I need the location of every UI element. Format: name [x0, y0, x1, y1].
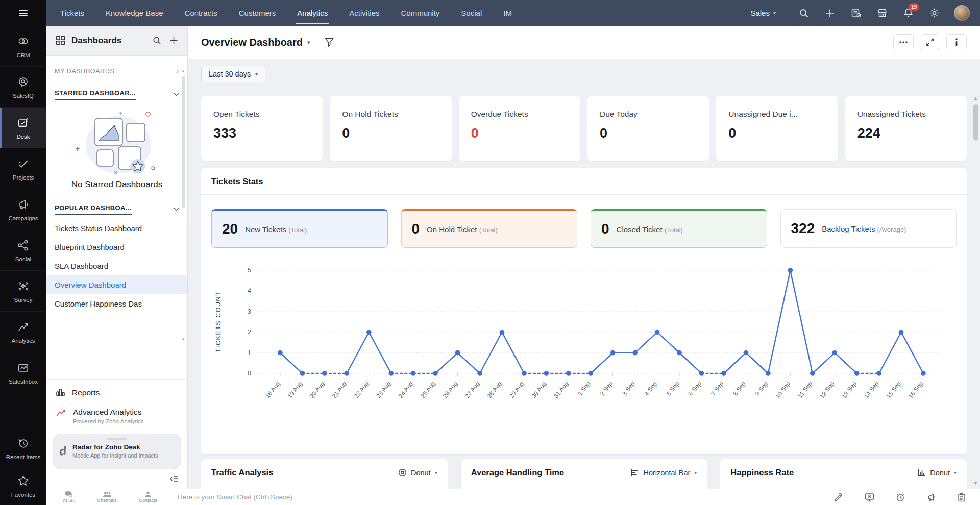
dashboards-panel-header: Dashboards — [46, 26, 187, 56]
sidebar-item-campaigns[interactable]: Campaigns — [0, 189, 46, 230]
sidebar-item-projects[interactable]: Projects — [0, 148, 46, 189]
sidebar-item-analytics[interactable]: Analytics — [0, 312, 46, 352]
date-range-filter[interactable]: Last 30 days ▾ — [201, 66, 265, 82]
stat-card-due-today[interactable]: Due Today0 — [587, 96, 709, 161]
reminders-button[interactable] — [896, 493, 905, 502]
search-button[interactable] — [798, 7, 810, 19]
reports-item[interactable]: Reports — [46, 382, 187, 403]
nav-item-activities[interactable]: Activities — [338, 0, 390, 26]
chevron-down-icon: ▾ — [954, 470, 957, 475]
advanced-analytics-item[interactable]: Advanced Analytics Powered by Zoho Analy… — [46, 403, 187, 431]
stat-card-label: Due Today — [600, 110, 697, 119]
svg-text:21 Aug: 21 Aug — [331, 380, 348, 399]
sidebar-item-salesinbox[interactable]: SalesInbox — [0, 352, 46, 393]
sidebar-item-salesiq[interactable]: SalesIQ — [0, 67, 46, 108]
sidebar-item-favorites[interactable]: Favorites — [0, 467, 46, 505]
announcements-button[interactable] — [926, 493, 936, 502]
summary-card-value: 20 — [222, 221, 238, 237]
chat-tab-contacts[interactable]: Contacts — [139, 491, 158, 503]
add-dashboard-button[interactable] — [168, 35, 179, 46]
svg-text:6 Sep: 6 Sep — [688, 380, 703, 397]
stat-card-unassigned-due-i[interactable]: Unassigned Due i...0 — [716, 96, 838, 161]
stat-card-overdue-tickets[interactable]: Overdue Tickets0 — [459, 96, 580, 161]
nav-item-im[interactable]: IM — [493, 0, 523, 26]
panel-scroll-up-arrow[interactable]: ▲ — [181, 69, 185, 73]
summary-card-closed-ticket[interactable]: 0Closed Ticket (Total) — [591, 209, 767, 248]
nav-item-tickets[interactable]: Tickets — [50, 0, 95, 26]
marketplace-button[interactable] — [876, 7, 888, 19]
nav-item-customers[interactable]: Customers — [228, 0, 287, 26]
nav-item-social[interactable]: Social — [450, 0, 493, 26]
summary-card-on-hold-ticket[interactable]: 0On Hold Ticket (Total) — [401, 209, 578, 248]
dashboards-search-button[interactable] — [151, 35, 162, 46]
more-options-button[interactable] — [893, 34, 914, 50]
chat-tab-chats[interactable]: Chats — [63, 491, 75, 503]
svg-text:14 Sep: 14 Sep — [863, 380, 880, 400]
tickets-stats-panel: Tickets Stats 20New Tickets (Total)0On H… — [201, 168, 967, 454]
starred-dashboards-section[interactable]: STARRED DASHBOAR... — [55, 89, 179, 100]
nav-item-community[interactable]: Community — [390, 0, 451, 26]
main-scrollbar-thumb[interactable] — [973, 104, 978, 141]
nav-item-knowledge-base[interactable]: Knowledge Base — [95, 0, 174, 26]
chart-type-selector[interactable]: Donut▾ — [398, 468, 437, 477]
fullscreen-button[interactable] — [920, 34, 940, 50]
summary-card-label: Closed Ticket (Total) — [617, 225, 683, 234]
popular-dashboards-section[interactable]: POPULAR DASHBOA... — [55, 204, 179, 215]
sidebar-item-survey[interactable]: Survey — [0, 271, 46, 312]
summary-card-label: New Tickets (Total) — [245, 225, 307, 234]
sidebar-item-recent-items[interactable]: Recent Items — [0, 430, 46, 467]
main-scroll-up-arrow[interactable]: ▲ — [973, 96, 978, 101]
svg-text:4: 4 — [248, 287, 251, 294]
chart-card-title: Traffic Analysis — [211, 468, 273, 477]
collapse-panel-button[interactable] — [169, 474, 179, 484]
dashboard-list-item-blueprint-dashboard[interactable]: Blueprint Dashboard — [46, 238, 187, 257]
stat-card-open-tickets[interactable]: Open Tickets333 — [201, 96, 323, 161]
gear-icon — [929, 8, 940, 18]
chat-tab-label: Contacts — [139, 498, 158, 503]
screen-share-button[interactable] — [865, 493, 874, 502]
dashboard-list-item-tickets-status-dashboard[interactable]: Tickets Status Dashboard — [46, 219, 187, 238]
department-selector[interactable]: Sales ▾ — [750, 9, 776, 17]
filter-button[interactable] — [325, 38, 334, 47]
date-range-label: Last 30 days — [209, 70, 251, 78]
user-avatar[interactable] — [954, 5, 970, 21]
advanced-analytics-icon — [56, 408, 66, 418]
sidebar-item-desk[interactable]: Desk — [0, 108, 46, 148]
hamburger-menu-button[interactable] — [0, 0, 46, 26]
stat-card-on-hold-tickets[interactable]: On Hold Tickets0 — [330, 96, 451, 161]
sidebar-item-crm[interactable]: CRM — [0, 26, 46, 67]
notifications-button[interactable]: 19 — [902, 7, 914, 19]
panel-scroll-down-arrow[interactable]: ▼ — [181, 337, 185, 342]
dashboard-title[interactable]: Overview Dashboard — [201, 37, 303, 48]
info-button[interactable] — [946, 34, 967, 50]
summary-card-new-tickets[interactable]: 20New Tickets (Total) — [211, 209, 388, 248]
main-scroll-down-arrow[interactable]: ▼ — [973, 481, 978, 486]
smart-tools-button[interactable] — [834, 493, 843, 502]
quick-add-button[interactable] — [824, 7, 836, 19]
settings-button[interactable] — [928, 7, 940, 19]
radar-promo-card[interactable]: d Radar for Zoho Desk Mobile App for ins… — [53, 434, 181, 469]
panel-scrollbar-thumb[interactable] — [182, 76, 185, 208]
svg-text:7 Sep: 7 Sep — [709, 380, 725, 397]
dashboard-list-item-customer-happiness-das[interactable]: Customer Happiness Das — [46, 294, 187, 313]
smart-chat-input[interactable] — [178, 493, 834, 501]
svg-text:5: 5 — [248, 267, 251, 274]
sidebar-item-label: SalesIQ — [13, 93, 34, 99]
chat-tab-channels[interactable]: Channels — [97, 491, 117, 503]
dashboard-list-item-overview-dashboard[interactable]: Overview Dashboard — [46, 275, 187, 294]
analytics-icon — [16, 320, 30, 334]
activity-feed-button[interactable] — [850, 7, 862, 19]
notes-button[interactable] — [958, 493, 966, 502]
svg-text:13 Sep: 13 Sep — [841, 380, 859, 400]
summary-card-backlog-tickets[interactable]: 322Backlog Tickets (Average) — [780, 209, 957, 248]
nav-item-contracts[interactable]: Contracts — [174, 0, 228, 26]
my-dashboards-section[interactable]: MY DASHBOARDS › — [55, 68, 179, 75]
chart-type-selector[interactable]: Donut▾ — [918, 469, 957, 477]
sidebar-item-social[interactable]: Social — [0, 230, 46, 271]
stat-card-unassigned-tickets[interactable]: Unassigned Tickets224 — [845, 96, 967, 161]
nav-item-analytics[interactable]: Analytics — [286, 0, 338, 26]
dashboard-list-item-sla-dashboard[interactable]: SLA Dashboard — [46, 257, 187, 275]
my-dashboards-label: MY DASHBOARDS — [55, 68, 114, 75]
chart-type-selector[interactable]: Horizontal Bar▾ — [631, 469, 697, 477]
chevron-down-icon[interactable]: ▾ — [307, 39, 310, 46]
